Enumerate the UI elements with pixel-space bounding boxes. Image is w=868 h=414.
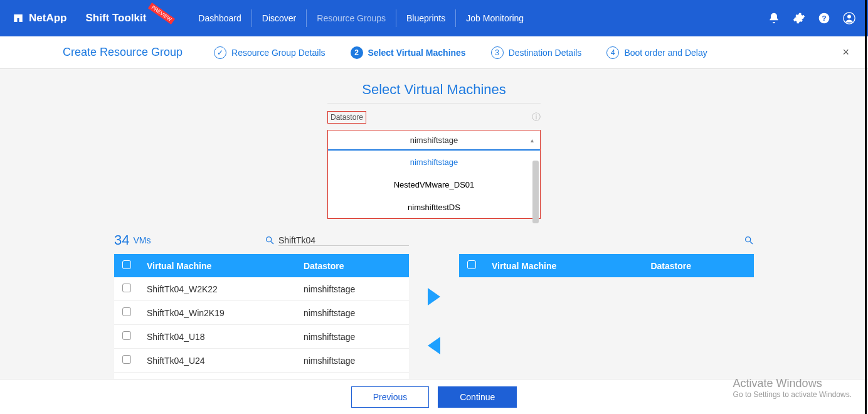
page-title: Select Virtual Machines [0,82,868,98]
previous-button[interactable]: Previous [351,386,429,408]
close-icon[interactable]: × [842,46,849,59]
step-select-vms[interactable]: 2 Select Virtual Machines [351,46,466,59]
step-resource-group-details[interactable]: ✓ Resource Group Details [214,46,325,59]
brand-name: NetApp [29,12,66,24]
nav-links: Dashboard Discover Resource Groups Bluep… [188,0,534,36]
cell-ds: nimshiftstage [296,325,409,349]
col-ds: Datastore [296,254,409,277]
datastore-options: nimshiftstage NestedVMware_DS01 nimshift… [328,151,540,218]
wizard-footer: Previous Continue [0,379,868,414]
dropdown-scrollbar[interactable] [532,161,539,223]
col-vm: Virtual Machine [484,254,643,277]
datastore-option[interactable]: NestedVMware_DS01 [328,173,540,196]
step-1-label: Resource Group Details [231,48,325,58]
svg-line-5 [271,242,273,244]
nav-discover[interactable]: Discover [251,9,306,27]
top-nav: NetApp Shift Toolkit PREVIEW Dashboard D… [0,0,868,36]
user-icon[interactable] [843,12,855,24]
cell-ds: nimshiftstage [296,277,409,301]
step-3-mark: 3 [491,46,504,59]
datastore-selected[interactable]: nimshiftstage [328,130,540,151]
col-ds: Datastore [643,254,754,277]
datastore-label: Datastore [327,111,366,124]
brand: NetApp [13,12,85,24]
toolkit-name: Shift Toolkit [85,12,146,24]
table-row[interactable]: ShiftTk04_Win2K19 nimshiftstage [114,301,409,325]
svg-point-3 [847,15,851,19]
svg-point-4 [267,237,272,242]
step-boot-order[interactable]: 4 Boot order and Delay [606,46,707,59]
cell-ds: nimshiftstage [296,301,409,325]
stepper-title: Create Resource Group [63,46,183,59]
cell-vm: ShiftTk04_W2K22 [139,277,296,301]
table-row[interactable]: ShiftTk04_U24 nimshiftstage [114,349,409,373]
info-icon[interactable]: ⓘ [532,112,541,123]
cell-vm: ShiftTk04_U24 [139,349,296,373]
datastore-option[interactable]: nimshiftstage [328,151,540,173]
row-checkbox[interactable] [122,355,131,364]
search-icon[interactable] [744,235,754,245]
step-2-label: Select Virtual Machines [368,48,466,58]
select-all-checkbox[interactable] [122,260,131,269]
search-icon[interactable] [265,235,275,245]
row-checkbox[interactable] [122,331,131,340]
svg-point-6 [746,237,751,242]
step-4-mark: 4 [606,46,619,59]
table-row[interactable]: ShiftTk04_W2K22 nimshiftstage [114,277,409,301]
step-2-mark: 2 [351,46,363,59]
datastore-option[interactable]: nimshifttestDS [328,196,540,218]
datastore-select[interactable]: nimshiftstage nimshiftstage NestedVMware… [327,130,541,219]
window-border [865,0,867,414]
title-underline [327,103,541,104]
nav-dashboard[interactable]: Dashboard [188,9,251,27]
continue-button[interactable]: Continue [438,386,517,408]
step-4-label: Boot order and Delay [624,48,707,58]
nav-blueprints[interactable]: Blueprints [396,9,455,27]
row-checkbox[interactable] [122,307,131,316]
svg-line-7 [750,242,753,244]
help-icon[interactable]: ? [818,12,830,24]
preview-badge: PREVIEW [148,3,175,24]
step-3-label: Destination Details [509,48,582,58]
row-checkbox[interactable] [122,284,131,292]
select-all-checkbox[interactable] [467,260,476,269]
wizard-stepper: Create Resource Group ✓ Resource Group D… [0,36,868,69]
nav-resource-groups[interactable]: Resource Groups [306,9,396,27]
nav-job-monitoring[interactable]: Job Monitoring [455,9,534,27]
netapp-logo-icon [13,13,24,24]
step-destination-details[interactable]: 3 Destination Details [491,46,582,59]
cell-vm: ShiftTk04_Win2K19 [139,301,296,325]
step-1-mark: ✓ [214,46,226,59]
move-left-button[interactable] [428,337,440,354]
vm-count-suffix: VMs [133,235,151,245]
move-right-button[interactable] [428,288,440,305]
gear-icon[interactable] [793,12,805,24]
table-row[interactable]: ShiftTk04_U18 nimshiftstage [114,325,409,349]
cell-ds: nimshiftstage [296,349,409,373]
svg-text:?: ? [822,14,826,22]
vm-search-input[interactable] [278,235,409,246]
bell-icon[interactable] [768,12,780,24]
cell-vm: ShiftTk04_U18 [139,325,296,349]
col-vm: Virtual Machine [139,254,296,277]
vm-count: 34 [114,232,129,248]
selected-vm-table: Virtual Machine Datastore [459,254,754,277]
